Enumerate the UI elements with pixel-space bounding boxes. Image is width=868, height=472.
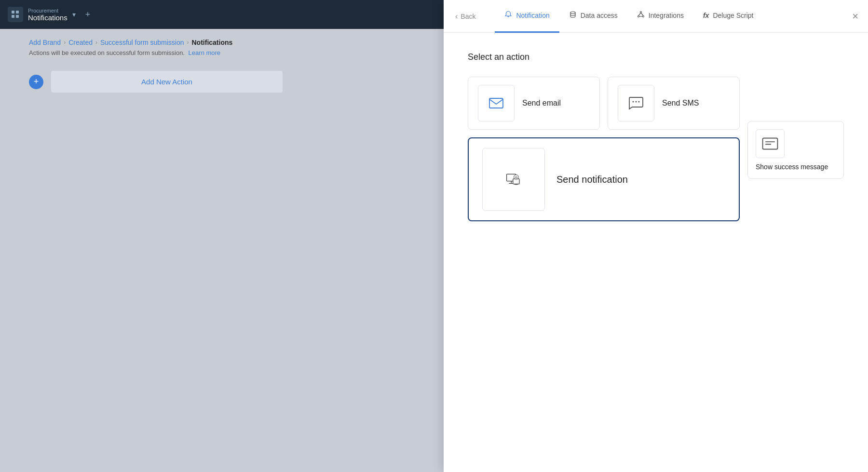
svg-rect-21 bbox=[763, 138, 778, 149]
send-email-label: Send email bbox=[522, 99, 561, 108]
fx-icon: fx bbox=[703, 12, 709, 19]
tab-notification-label: Notification bbox=[516, 12, 549, 19]
svg-rect-2 bbox=[16, 11, 19, 13]
spacer bbox=[747, 77, 844, 113]
back-button[interactable]: ‹ Back bbox=[455, 12, 475, 21]
tab-integrations-label: Integrations bbox=[649, 12, 684, 19]
svg-point-7 bbox=[642, 16, 644, 17]
actions-right: Show success message bbox=[747, 77, 844, 221]
topbar-text: Procurement Notifications bbox=[28, 8, 68, 22]
svg-point-4 bbox=[570, 12, 575, 13]
send-email-card[interactable]: Send email bbox=[468, 77, 600, 130]
send-sms-label: Send SMS bbox=[662, 99, 699, 108]
svg-point-14 bbox=[638, 101, 640, 103]
svg-point-13 bbox=[636, 101, 637, 103]
breadcrumb-created[interactable]: Created bbox=[68, 39, 93, 46]
show-success-icon-box bbox=[756, 129, 785, 158]
svg-rect-11 bbox=[489, 98, 503, 108]
tab-deluge-script[interactable]: fx Deluge Script bbox=[693, 0, 763, 33]
breadcrumb-form-submission[interactable]: Successful form submission bbox=[100, 39, 184, 46]
cylinder-icon bbox=[569, 11, 577, 20]
send-notification-icon-box bbox=[482, 148, 545, 211]
learn-more-link[interactable]: Learn more bbox=[189, 49, 220, 56]
svg-rect-19 bbox=[515, 184, 517, 185]
bell-icon bbox=[504, 11, 512, 20]
svg-rect-0 bbox=[12, 11, 14, 13]
svg-rect-1 bbox=[12, 15, 14, 18]
send-sms-card[interactable]: Send SMS bbox=[608, 77, 740, 130]
breadcrumb-chevron-1: › bbox=[64, 39, 66, 46]
topbar-title: Notifications bbox=[28, 13, 68, 22]
breadcrumb-add-brand[interactable]: Add Brand bbox=[29, 39, 61, 46]
back-chevron-icon: ‹ bbox=[455, 12, 458, 21]
app-icon bbox=[8, 7, 23, 22]
breadcrumb-chevron-3: › bbox=[187, 39, 189, 46]
select-action-title: Select an action bbox=[468, 52, 844, 62]
svg-point-12 bbox=[633, 101, 634, 103]
send-email-icon-box bbox=[478, 85, 515, 121]
tab-notification[interactable]: Notification bbox=[495, 0, 559, 33]
breadcrumb-current: Notifications bbox=[192, 39, 233, 46]
tab-integrations[interactable]: Integrations bbox=[627, 0, 693, 33]
actions-left: Send email Send SMS bbox=[468, 77, 740, 221]
svg-rect-3 bbox=[16, 15, 19, 18]
send-notification-card[interactable]: Send notification bbox=[468, 137, 740, 221]
nodes-icon bbox=[637, 11, 645, 20]
close-button[interactable]: × bbox=[852, 10, 858, 23]
add-new-action-button[interactable]: Add New Action bbox=[51, 71, 283, 93]
svg-line-8 bbox=[638, 13, 641, 16]
svg-point-6 bbox=[637, 16, 639, 17]
topbar-chevron-icon[interactable]: ▾ bbox=[72, 11, 76, 18]
actions-container: Send email Send SMS bbox=[468, 77, 844, 221]
right-panel: ‹ Back Notification bbox=[444, 0, 868, 472]
add-circle-button[interactable]: + bbox=[29, 75, 43, 89]
send-notification-label: Send notification bbox=[556, 174, 628, 185]
breadcrumb-chevron-2: › bbox=[95, 39, 97, 46]
tab-data-access-label: Data access bbox=[581, 12, 618, 19]
topbar-plus-icon[interactable]: + bbox=[85, 10, 91, 20]
panel-tabs: Notification Data access bbox=[495, 0, 856, 33]
top-actions-row: Send email Send SMS bbox=[468, 77, 740, 130]
show-success-label: Show success message bbox=[756, 163, 828, 171]
panel-header: ‹ Back Notification bbox=[444, 0, 868, 33]
show-success-card[interactable]: Show success message bbox=[747, 121, 844, 179]
tab-deluge-script-label: Deluge Script bbox=[713, 12, 753, 19]
topbar-app-label: Procurement bbox=[28, 8, 68, 13]
back-label: Back bbox=[461, 13, 475, 20]
send-sms-icon-box bbox=[618, 85, 654, 121]
svg-line-9 bbox=[641, 13, 643, 16]
tab-data-access[interactable]: Data access bbox=[559, 0, 627, 33]
svg-point-5 bbox=[640, 12, 641, 13]
panel-body: Select an action Send email bbox=[444, 33, 868, 472]
